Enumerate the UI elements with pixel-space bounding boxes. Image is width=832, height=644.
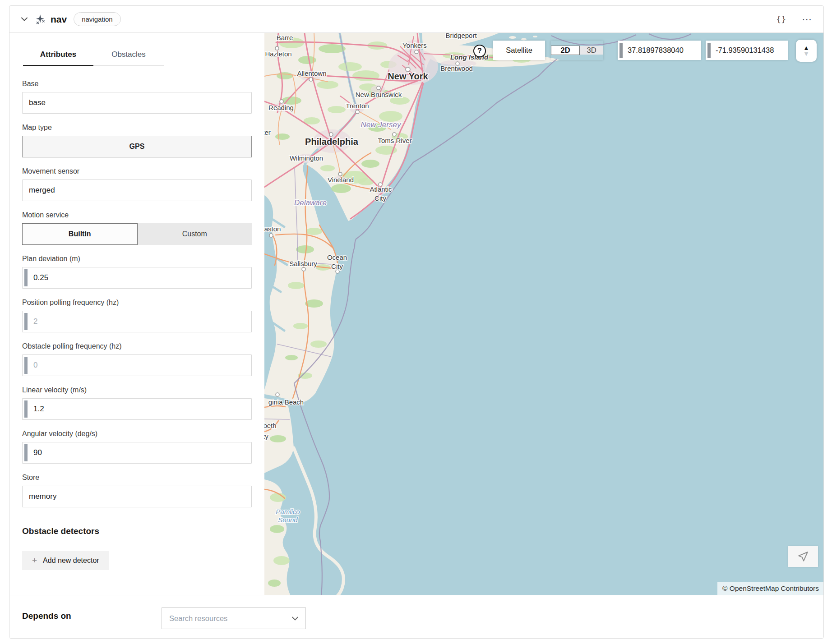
map-label: Toms River (378, 137, 411, 144)
field-plan-deviation: Plan deviation (m) (22, 254, 252, 289)
map-label: Ocean (327, 253, 347, 261)
base-input[interactable] (22, 92, 252, 114)
movement-sensor-input[interactable] (22, 179, 252, 201)
map-label: Delaware (294, 198, 327, 207)
motion-service-toggle: Builtin Custom (22, 223, 252, 245)
map-dimension-toggle: 2D 3D (551, 41, 603, 60)
obstacle-polling-input[interactable] (22, 354, 252, 376)
field-obstacle-polling: Obstacle polling frequency (hz) (22, 342, 252, 376)
city-dot (269, 234, 273, 237)
field-motion-service: Motion service Builtin Custom (22, 211, 252, 245)
latitude-field (618, 41, 701, 60)
plan-deviation-input[interactable] (22, 267, 252, 289)
motion-service-custom[interactable]: Custom (138, 223, 252, 245)
field-angular-velocity: Angular velocity (deg/s) (22, 429, 252, 464)
motion-service-builtin[interactable]: Builtin (22, 223, 138, 245)
map-label: Vineland (328, 176, 354, 184)
satellite-toggle-button[interactable]: Satellite (493, 41, 545, 60)
map-label: New Jersey (361, 120, 402, 129)
add-detector-label: Add new detector (43, 557, 99, 565)
depends-on-select[interactable]: Search resources (162, 607, 306, 629)
map-label: Reading (268, 104, 294, 111)
map-label: ter (264, 129, 271, 136)
angular-velocity-label: Angular velocity (deg/s) (22, 429, 252, 438)
map-label: New Brunswick (356, 91, 402, 98)
map-label: New York (388, 71, 428, 81)
field-store: Store (22, 473, 252, 507)
map-label: Barre (277, 34, 293, 41)
attributes-panel: Attributes Obstacles Base Map type GPS M… (9, 33, 264, 596)
map-label: aston (264, 225, 281, 233)
city-dot (338, 172, 342, 176)
angular-velocity-input[interactable] (22, 442, 252, 464)
json-mode-button[interactable]: {} (777, 15, 786, 24)
map-label: ginia Beach (268, 398, 304, 406)
field-map-type: Map type GPS (22, 123, 252, 157)
number-input-bar (619, 43, 623, 58)
card-header: nav navigation {} ⋯ (9, 6, 823, 33)
map-label: ty (264, 432, 268, 440)
map-help-button[interactable]: ? (473, 45, 486, 57)
add-detector-button[interactable]: + Add new detector (22, 551, 109, 570)
map-type-gps-button[interactable]: GPS (22, 136, 252, 157)
city-dot (329, 133, 333, 136)
longitude-field (706, 41, 788, 60)
city-dot (393, 133, 396, 136)
map-attribution: © OpenStreetMap Contributors (717, 582, 824, 596)
base-label: Base (22, 79, 252, 88)
map-label: Hazleton (265, 50, 291, 58)
map-label: Brentwood (440, 64, 473, 72)
collapse-chevron-icon[interactable] (21, 16, 28, 23)
latitude-input[interactable] (618, 41, 701, 60)
linear-velocity-input[interactable] (22, 398, 252, 420)
overflow-menu-button[interactable]: ⋯ (802, 17, 812, 22)
zoom-stepper[interactable]: ▲ ▼ (796, 40, 817, 62)
location-arrow-icon (797, 551, 809, 562)
map-2d-button[interactable]: 2D (551, 46, 580, 55)
longitude-input[interactable] (706, 41, 788, 60)
navigation-service-icon (35, 14, 46, 25)
city-dot (309, 78, 313, 81)
map-canvas[interactable]: BarreHazletonAllentownYonkersBridgeportL… (264, 33, 824, 596)
map-label: Yonkers (402, 41, 427, 49)
map-label: Bridgeport (445, 33, 477, 39)
chevron-down-icon (292, 616, 298, 621)
card-body: Attributes Obstacles Base Map type GPS M… (9, 33, 823, 596)
map-label: Sound (278, 516, 298, 524)
movement-sensor-label: Movement sensor (22, 167, 252, 175)
map-label: City (331, 262, 343, 270)
city-dot (415, 50, 418, 54)
map-label: Atlantic (370, 185, 392, 193)
city-dot (377, 86, 380, 90)
map-type-label: Map type (22, 123, 252, 132)
position-polling-label: Position polling frequency (hz) (22, 298, 252, 307)
position-polling-input[interactable] (22, 311, 252, 332)
locate-button[interactable] (788, 546, 818, 567)
resource-title: nav (51, 14, 67, 25)
city-dot (302, 267, 305, 271)
resource-card: nav navigation {} ⋯ Attributes Obstacles… (9, 5, 824, 639)
tab-obstacles[interactable]: Obstacles (93, 50, 164, 66)
map-label: beth (264, 422, 277, 429)
plus-icon: + (32, 556, 37, 566)
map-label: City (374, 194, 386, 202)
field-linear-velocity: Linear velocity (m/s) (22, 386, 252, 420)
map-label: Philadelphia (305, 137, 359, 147)
obstacle-polling-label: Obstacle polling frequency (hz) (22, 342, 252, 350)
map-3d-button[interactable]: 3D (580, 46, 603, 55)
city-dot (280, 100, 283, 103)
resource-type-badge: navigation (74, 12, 120, 26)
card-footer: Depends on Search resources (9, 595, 823, 638)
field-position-polling: Position polling frequency (hz) (22, 298, 252, 332)
map-label: Trenton (346, 102, 369, 110)
panel-tabs: Attributes Obstacles (23, 50, 164, 66)
store-input[interactable] (22, 486, 252, 507)
step-down-icon[interactable]: ▼ (803, 51, 809, 56)
motion-service-label: Motion service (22, 211, 252, 219)
city-dot (275, 46, 279, 50)
field-base: Base (22, 79, 252, 114)
search-resources-placeholder: Search resources (169, 614, 292, 623)
tab-attributes[interactable]: Attributes (23, 50, 93, 66)
city-dot (336, 270, 339, 273)
city-dot (276, 393, 279, 396)
